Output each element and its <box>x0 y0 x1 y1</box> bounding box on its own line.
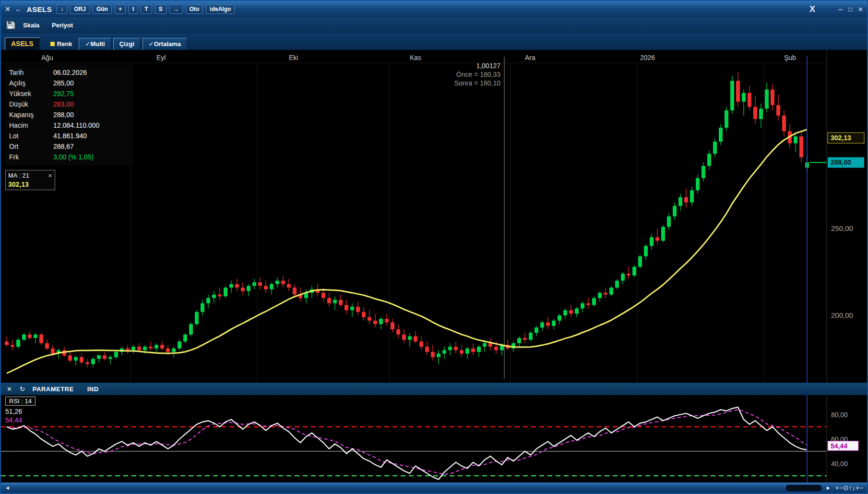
rsi-legend: RSI : 14 51,26 54,44 <box>5 397 36 424</box>
quote-value: 3,00 (% 1,05) <box>53 152 129 162</box>
tab-çizgi[interactable]: Çizgi <box>113 38 141 50</box>
quote-row-yüksek: Yüksek292,75 <box>9 88 129 99</box>
quote-info-rows: Tarih06.02.2026Açılış285,00Yüksek292,75D… <box>9 67 129 162</box>
ind-button[interactable]: IND <box>87 386 99 393</box>
zoom-tool-icon-1[interactable]: − <box>839 484 843 492</box>
quote-row-düşük: Düşük283,00 <box>9 99 129 109</box>
quote-value: 06.02.2026 <box>53 67 129 78</box>
indicator-close-icon[interactable]: ✕ <box>7 386 12 393</box>
svg-text:250,00: 250,00 <box>831 224 853 232</box>
svg-text:Eyl: Eyl <box>156 54 166 61</box>
quote-label: Kapanış <box>9 109 53 120</box>
svg-text:54,44: 54,44 <box>831 442 847 450</box>
tab-bar: ASELS Renk ✓MultiÇizgi✓Ortalama <box>1 33 867 50</box>
symbol-title: ASELS <box>27 5 52 13</box>
quote-label: Frk <box>9 152 53 162</box>
quote-info-panel: Tarih06.02.2026Açılış285,00Yüksek292,75D… <box>5 64 133 165</box>
menu-periyot[interactable]: Periyot <box>52 22 73 29</box>
rsi-period-label[interactable]: RSI : 14 <box>5 397 36 406</box>
quote-row-kapanış: Kapanış288,00 <box>9 109 129 120</box>
toolbar-button-+[interactable]: + <box>115 4 126 14</box>
tab-ortalama[interactable]: ✓Ortalama <box>143 38 187 50</box>
zoom-tool-icon-5[interactable]: + <box>856 484 859 492</box>
zoom-tool-icon-0[interactable]: + <box>835 484 839 492</box>
quote-row-ort: Ort288,67 <box>9 141 129 152</box>
quote-value: 12.084.110.000 <box>53 120 129 131</box>
zoom-tools: +−⊙↑↓+− <box>835 483 863 492</box>
quote-label: Lot <box>9 131 53 141</box>
toolbar-button-t[interactable]: T <box>141 4 152 14</box>
save-icon[interactable] <box>6 21 15 29</box>
close-button[interactable]: ✕ <box>858 6 863 13</box>
window-controls: ─□✕ <box>832 5 863 13</box>
quote-row-frk: Frk3,00 (% 1,05) <box>9 152 129 162</box>
toolbar-buttons: ORJGün+ITS→OtoideAlgo <box>70 4 238 14</box>
menu-items: SkalaPeriyot <box>23 21 85 29</box>
ma-indicator-box[interactable]: MA : 21 ✕ 302,13 <box>5 170 55 190</box>
toolbar-button-gün[interactable]: Gün <box>93 4 112 14</box>
app-window: ✕ ← ASELS ↓ ORJGün+ITS→OtoideAlgo X ─□✕ … <box>0 0 868 494</box>
rsi-ma-value: 54,44 <box>5 416 36 424</box>
quote-value: 285,00 <box>53 78 129 88</box>
down-arrow-button[interactable]: ↓ <box>57 4 67 14</box>
scroll-left-icon[interactable]: ◄ <box>5 485 10 491</box>
rsi-value: 51,26 <box>5 408 36 415</box>
quote-value: 292,75 <box>53 88 129 99</box>
svg-text:Şub: Şub <box>784 54 796 61</box>
quote-value: 41.861.940 <box>53 131 129 141</box>
zoom-tool-icon-2[interactable]: ⊙ <box>843 484 849 492</box>
svg-text:Ağu: Ağu <box>41 54 53 61</box>
svg-text:40,00: 40,00 <box>831 460 848 468</box>
zoom-tool-icon-3[interactable]: ↑ <box>849 484 852 492</box>
renk-button[interactable]: Renk <box>50 40 72 48</box>
quote-row-lot: Lot41.861.940 <box>9 131 129 141</box>
toolbar-button-orj[interactable]: ORJ <box>70 4 90 14</box>
ma-close-icon[interactable]: ✕ <box>48 171 52 180</box>
quote-row-açılış: Açılış285,00 <box>9 78 129 88</box>
option-tabs: ✓MultiÇizgi✓Ortalama <box>79 38 189 50</box>
toolbar-button-i[interactable]: I <box>129 4 138 14</box>
quote-label: Düşük <box>9 99 53 109</box>
titlebar-right: X ─□✕ <box>809 4 863 14</box>
quote-value: 283,00 <box>53 99 129 109</box>
menu-bar: SkalaPeriyot <box>1 17 867 33</box>
zoom-tool-icon-6[interactable]: − <box>859 484 863 492</box>
minimize-button[interactable]: ─ <box>838 6 843 13</box>
rsi-panel[interactable]: 80,0060,0040,0054,44 RSI : 14 51,26 54,4… <box>1 395 867 482</box>
zoom-tool-icon-4[interactable]: ↓ <box>852 484 856 492</box>
quote-value: 288,00 <box>53 109 129 120</box>
maximize-button[interactable]: □ <box>848 6 852 13</box>
svg-text:302,13: 302,13 <box>831 134 851 142</box>
toolbar-button-oto[interactable]: Oto <box>186 4 203 14</box>
toolbar-button-idealgo[interactable]: ideAlgo <box>206 4 235 14</box>
svg-text:1,00127: 1,00127 <box>476 62 500 70</box>
ma-label: MA : 21 <box>8 171 29 180</box>
rsi-chart[interactable]: 80,0060,0040,0054,44 <box>1 395 867 482</box>
quote-value: 288,67 <box>53 141 129 152</box>
toolbar-button-→[interactable]: → <box>169 4 183 14</box>
tab-multi[interactable]: ✓Multi <box>79 38 111 50</box>
svg-text:Ara: Ara <box>525 54 535 61</box>
quote-label: Ort <box>9 141 53 152</box>
svg-text:80,00: 80,00 <box>831 411 848 419</box>
indicator-refresh-icon[interactable]: ↻ <box>20 386 25 393</box>
price-chart-panel[interactable]: AğuEylEkiKasAra2026Şub1,00127Önce = 180,… <box>1 50 867 383</box>
parametre-button[interactable]: PARAMETRE <box>33 386 74 393</box>
back-arrow-icon[interactable]: ← <box>15 5 22 13</box>
scrollbar-thumb[interactable] <box>786 485 821 491</box>
quote-label: Hacim <box>9 120 53 131</box>
quote-row-tarih: Tarih06.02.2026 <box>9 67 129 78</box>
svg-text:2026: 2026 <box>640 54 655 61</box>
indicator-header-bar: ✕ ↻ PARAMETRE IND <box>1 383 867 395</box>
x-logo: X <box>809 4 815 14</box>
quote-row-hacim: Hacim12.084.110.000 <box>9 120 129 131</box>
quote-label: Tarih <box>9 67 53 78</box>
tab-asels[interactable]: ASELS <box>5 37 40 50</box>
svg-text:Sonra = 180,10: Sonra = 180,10 <box>454 79 500 87</box>
toolbar-button-s[interactable]: S <box>155 4 166 14</box>
scroll-right-icon[interactable]: ► <box>826 485 831 491</box>
svg-text:Önce = 180,33: Önce = 180,33 <box>456 70 500 78</box>
color-swatch-icon <box>50 42 55 46</box>
close-chart-icon[interactable]: ✕ <box>5 5 11 13</box>
menu-skala[interactable]: Skala <box>23 22 39 29</box>
